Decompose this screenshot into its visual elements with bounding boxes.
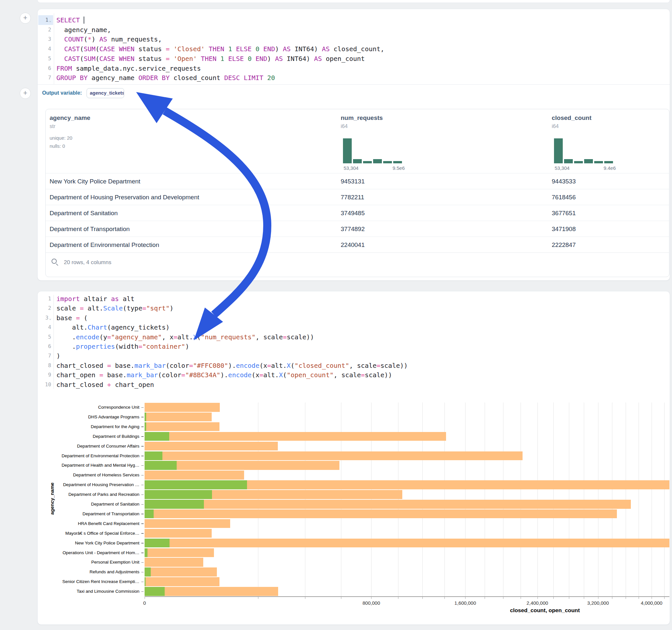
- code-text: .properties(width="container"): [56, 342, 189, 351]
- closed-count-bar: [145, 529, 212, 538]
- histogram-bar: [373, 159, 382, 163]
- text-cursor: [83, 17, 84, 24]
- table-cell: 2222847: [552, 237, 576, 253]
- search-icon[interactable]: [51, 259, 57, 264]
- gridline: [503, 403, 503, 596]
- closed-count-bar: [145, 442, 278, 451]
- y-axis-label: Operations Unit - Department of Hom…: [42, 548, 139, 558]
- gridline: [612, 403, 613, 596]
- notebook-page: + + 1⌄SELECT 2 agency_name,3 COUNT(*) AS…: [0, 0, 672, 630]
- closed-count-bar: [145, 519, 230, 528]
- histogram-bar: [353, 159, 362, 163]
- y-axis-tick: [141, 407, 144, 408]
- y-axis-label: Mayorâ€ s Office of Special Enforce…: [42, 529, 139, 538]
- open-count-bar: [145, 461, 177, 470]
- table-row[interactable]: Department of Environmental Protection22…: [46, 237, 669, 252]
- table-row[interactable]: Department of Transportation377489234719…: [46, 221, 669, 237]
- open-count-bar: [145, 539, 170, 548]
- open-count-bar: [145, 587, 165, 596]
- x-axis-tick: [598, 597, 598, 599]
- column-title: agency_name: [50, 114, 91, 122]
- x-axis-tick: [341, 597, 341, 599]
- open-count-bar: [145, 480, 247, 489]
- code-text: chart_closed + chart_open: [56, 380, 154, 390]
- line-number: 5: [38, 54, 53, 64]
- y-axis-tick: [141, 465, 144, 466]
- line-number: 3: [38, 34, 53, 44]
- code-text: alt.Chart(agency_tickets): [56, 322, 170, 332]
- line-number: 6: [38, 342, 53, 351]
- code-line: 3⌄base = (: [0, 313, 668, 323]
- chart-y-axis-title: agency_name: [49, 466, 55, 531]
- gridline: [485, 403, 485, 596]
- open-count-bar: [145, 500, 204, 509]
- y-axis-tick: [141, 553, 144, 553]
- y-axis-tick: [141, 494, 144, 495]
- table-cell: 3677651: [552, 205, 576, 221]
- code-line: 8chart_closed = base.mark_bar(color="#FF…: [0, 361, 668, 370]
- y-axis-label: Department of Housing Preservation …: [42, 480, 139, 490]
- closed-count-bar: [145, 452, 523, 461]
- table-cell: New York City Police Department: [50, 173, 140, 189]
- gridline: [569, 403, 569, 596]
- line-number: 7: [38, 73, 53, 83]
- closed-count-bar: [145, 432, 446, 441]
- histogram-bar: [343, 138, 352, 163]
- open-count-bar: [145, 567, 151, 577]
- table-row[interactable]: Department of Sanitation37494853677651: [46, 205, 669, 221]
- y-axis-label: Department of Transportation: [42, 509, 139, 519]
- code-line: 4 alt.Chart(agency_tickets): [0, 322, 668, 332]
- x-axis-tick: [398, 597, 399, 599]
- line-number: 5: [38, 332, 53, 342]
- line-number: 10: [38, 380, 53, 390]
- y-axis-tick: [141, 446, 144, 446]
- gridline: [553, 403, 554, 596]
- code-text: base = (: [56, 313, 88, 323]
- histogram-bar: [363, 161, 372, 163]
- line-number: 3⌄: [38, 313, 53, 323]
- histogram-bar: [383, 161, 392, 163]
- table-row-count: 20 rows, 4 columns: [64, 259, 111, 266]
- x-axis-tick: [652, 597, 652, 599]
- code-text: chart_open = base.mark_bar(color="#8BC34…: [56, 370, 392, 380]
- column-meta: nulls: 0: [50, 143, 65, 149]
- y-axis-tick: [141, 417, 144, 417]
- y-axis-tick: [141, 514, 144, 514]
- line-number: 4: [38, 44, 53, 54]
- code-line: 1import altair as alt: [0, 294, 668, 304]
- table-row[interactable]: New York City Police Department945313194…: [46, 173, 669, 189]
- gridline: [652, 403, 652, 596]
- open-count-bar: [145, 432, 169, 441]
- add-cell-button-below-sql[interactable]: +: [20, 88, 31, 99]
- gridline: [584, 403, 584, 596]
- column-type: i64: [552, 123, 558, 129]
- gridline: [305, 403, 305, 596]
- open-count-bar: [145, 509, 154, 518]
- open-count-bar: [145, 413, 146, 421]
- x-axis-tick-label: 1,600,000: [446, 600, 485, 606]
- open-count-bar: [145, 577, 146, 586]
- y-axis-label: HRA Benefit Card Replacement: [42, 519, 139, 529]
- code-text: .encode(y="agency_name", x=alt.X("num_re…: [56, 332, 314, 342]
- closed-count-bar: [145, 509, 617, 518]
- y-axis-tick: [141, 543, 144, 543]
- column-meta: unique: 20: [50, 135, 72, 141]
- x-axis-tick-label: 0: [125, 600, 164, 606]
- y-axis-tick: [141, 533, 144, 534]
- output-variable-pill[interactable]: agency_tickets: [87, 88, 124, 98]
- table-cell: Department of Environmental Protection: [50, 237, 159, 253]
- open-count-bar: [145, 422, 146, 431]
- gridline: [664, 403, 665, 596]
- closed-count-bar: [145, 539, 669, 548]
- table-row[interactable]: Department of Housing Preservation and D…: [46, 189, 669, 205]
- x-axis-tick: [445, 597, 445, 599]
- y-axis-label: Department of Buildings: [42, 432, 139, 441]
- histogram-min-label: 53,304: [555, 165, 570, 171]
- y-axis-label: New York City Police Department: [42, 538, 139, 548]
- line-number: 7: [38, 351, 53, 361]
- y-axis-tick: [141, 562, 144, 563]
- x-axis-tick: [485, 597, 485, 599]
- histogram-min-label: 53,304: [344, 165, 359, 171]
- closed-count-bar: [145, 548, 214, 557]
- table-cell: 7618456: [552, 189, 576, 205]
